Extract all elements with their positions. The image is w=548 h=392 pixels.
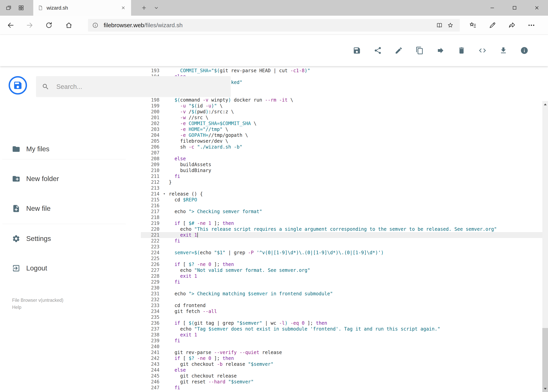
code-line-203[interactable]: 203 -e HOME="//tmp" \ bbox=[141, 126, 542, 132]
code-line-221[interactable]: 221 exit 1 bbox=[141, 232, 542, 238]
code-line-247[interactable]: 247 fi bbox=[141, 385, 542, 391]
code-line-210[interactable]: 210 buildBinary bbox=[141, 168, 542, 173]
code-line-240[interactable]: 240 bbox=[141, 344, 542, 350]
code-line-222[interactable]: 222 fi bbox=[141, 238, 542, 244]
code-editor[interactable]: 193 COMMIT_SHA="$(git rev-parse HEAD | c… bbox=[141, 66, 542, 392]
share-button[interactable] bbox=[372, 45, 384, 56]
scroll-thumb[interactable] bbox=[542, 328, 548, 392]
code-line-243[interactable]: 243 git checkout -b release "$semver" bbox=[141, 361, 542, 367]
new-tab-button[interactable] bbox=[139, 0, 149, 16]
code-line-245[interactable]: 245 git checkout release bbox=[141, 373, 542, 379]
sidebar-item-new-folder[interactable]: New folder bbox=[0, 171, 141, 187]
download-button[interactable] bbox=[498, 45, 509, 56]
hub-button[interactable] bbox=[467, 19, 479, 32]
code-line-232[interactable]: 232 bbox=[141, 297, 542, 302]
code-line-236[interactable]: 236 if [ $(git tag | grep "$semver" | wc… bbox=[141, 320, 542, 326]
raw-view-button[interactable] bbox=[477, 45, 488, 56]
help-link[interactable]: Help bbox=[12, 304, 63, 311]
search-box[interactable] bbox=[36, 76, 231, 97]
home-button[interactable] bbox=[62, 19, 75, 32]
code-line-202[interactable]: 202 -e COMMIT_SHA=$COMMIT_SHA \ bbox=[141, 120, 542, 126]
scroll-up-button[interactable] bbox=[542, 101, 548, 108]
browser-tab[interactable]: wizard.sh bbox=[33, 0, 131, 16]
code-line-227[interactable]: 227 echo "Not valid semver format. See s… bbox=[141, 267, 542, 273]
save-button[interactable] bbox=[351, 45, 363, 56]
address-bar[interactable]: filebrowser.web/files/wizard.sh bbox=[88, 19, 460, 32]
fold-marker-icon[interactable]: ▾ bbox=[163, 191, 165, 197]
url-text: filebrowser.web/files/wizard.sh bbox=[104, 22, 183, 28]
code-line-211[interactable]: 211 fi bbox=[141, 173, 542, 179]
code-line-225[interactable]: 225 bbox=[141, 256, 542, 261]
code-line-205[interactable]: 205 filebrowser/dev \ bbox=[141, 138, 542, 144]
code-line-233[interactable]: 233 cd frontend bbox=[141, 302, 542, 308]
sidebar-item-logout[interactable]: Logout bbox=[0, 260, 141, 276]
code-line-209[interactable]: 209 buildAssets bbox=[141, 162, 542, 168]
code-line-216[interactable]: 216 bbox=[141, 203, 542, 209]
search-input[interactable] bbox=[56, 83, 225, 91]
code-line-199[interactable]: 199 -u "$(id -u)" \ bbox=[141, 103, 542, 109]
code-line-217[interactable]: 217 echo "> Checking semver format" bbox=[141, 209, 542, 215]
code-line-246[interactable]: 246 git reset --hard "$semver" bbox=[141, 379, 542, 385]
ink-note-icon bbox=[489, 21, 496, 29]
code-text: exit 1 bbox=[160, 273, 197, 279]
tabs-preview-button[interactable] bbox=[15, 0, 28, 16]
info-button[interactable] bbox=[519, 45, 530, 56]
ink-note-button[interactable] bbox=[486, 19, 499, 32]
code-line-237[interactable]: 237 echo "Tag $semver does not exist in … bbox=[141, 326, 542, 332]
edit-button[interactable] bbox=[393, 45, 405, 56]
refresh-button[interactable] bbox=[43, 19, 55, 32]
minimize-button[interactable] bbox=[481, 0, 503, 16]
code-line-239[interactable]: 239 fi bbox=[141, 338, 542, 344]
code-text bbox=[160, 344, 169, 350]
tab-dropdown-button[interactable] bbox=[152, 0, 161, 16]
code-line-224[interactable]: 224 semver=$(echo "$1" | grep -P '^v(0|[… bbox=[141, 250, 542, 256]
code-line-208[interactable]: 208 else bbox=[141, 156, 542, 162]
code-line-212[interactable]: 212} bbox=[141, 179, 542, 185]
close-button[interactable] bbox=[526, 0, 548, 16]
back-button[interactable] bbox=[4, 19, 17, 32]
code-line-219[interactable]: 219 if [ $# -ne 1 ]; then bbox=[141, 220, 542, 226]
sidebar-item-settings[interactable]: Settings bbox=[0, 231, 141, 246]
code-line-235[interactable]: 235 bbox=[141, 314, 542, 320]
delete-button[interactable] bbox=[456, 45, 467, 56]
code-line-234[interactable]: 234 git fetch --all bbox=[141, 308, 542, 314]
code-line-214[interactable]: 214▾release () { bbox=[141, 191, 542, 197]
code-line-242[interactable]: 242 if [ $? -ne 0 ]; then bbox=[141, 355, 542, 361]
code-line-231[interactable]: 231 echo "> Checking matching $semver in… bbox=[141, 291, 542, 297]
code-line-201[interactable]: 201 -w //src \ bbox=[141, 115, 542, 120]
code-line-230[interactable]: 230 bbox=[141, 285, 542, 291]
site-info-icon[interactable] bbox=[92, 22, 99, 28]
code-line-226[interactable]: 226 if [ $? -ne 0 ]; then bbox=[141, 261, 542, 267]
app-logo[interactable] bbox=[9, 76, 27, 95]
move-button[interactable] bbox=[435, 45, 446, 56]
code-line-215[interactable]: 215 cd $REPO bbox=[141, 197, 542, 203]
maximize-button[interactable] bbox=[503, 0, 526, 16]
code-line-220[interactable]: 220 echo "This release script requires a… bbox=[141, 226, 542, 232]
tab-close-button[interactable] bbox=[120, 4, 127, 11]
code-line-204[interactable]: 204 -e GOPATH=//tmp/gopath \ bbox=[141, 132, 542, 138]
code-line-229[interactable]: 229 fi bbox=[141, 279, 542, 285]
code-line-213[interactable]: 213 bbox=[141, 185, 542, 191]
share-page-button[interactable] bbox=[506, 19, 518, 32]
code-line-206[interactable]: 206 sh -c "./wizard.sh -b" bbox=[141, 144, 542, 150]
scroll-down-button[interactable] bbox=[542, 385, 548, 392]
reading-view-button[interactable] bbox=[434, 20, 445, 31]
code-line-238[interactable]: 238 exit 1 bbox=[141, 332, 542, 338]
code-line-218[interactable]: 218 bbox=[141, 215, 542, 220]
code-line-207[interactable]: 207 bbox=[141, 150, 542, 156]
page-scrollbar[interactable] bbox=[542, 101, 548, 392]
code-line-244[interactable]: 244 else bbox=[141, 367, 542, 373]
sidebar-item-new-file[interactable]: New file bbox=[0, 201, 141, 216]
forward-button[interactable] bbox=[23, 19, 36, 32]
code-line-193[interactable]: 193 COMMIT_SHA="$(git rev-parse HEAD | c… bbox=[141, 68, 542, 74]
code-line-223[interactable]: 223 bbox=[141, 244, 542, 250]
code-line-241[interactable]: 241 git rev-parse --verify --quiet relea… bbox=[141, 350, 542, 355]
copy-button[interactable] bbox=[414, 45, 425, 56]
set-tabs-aside-button[interactable] bbox=[2, 0, 15, 16]
code-line-228[interactable]: 228 exit 1 bbox=[141, 273, 542, 279]
code-line-198[interactable]: 198 $(command -v winpty) docker run --rm… bbox=[141, 97, 542, 103]
sidebar-item-my-files[interactable]: My files bbox=[0, 141, 141, 157]
favorite-button[interactable] bbox=[445, 20, 456, 31]
code-line-200[interactable]: 200 -v /$(pwd):/src:z \ bbox=[141, 109, 542, 115]
more-button[interactable] bbox=[525, 19, 538, 32]
